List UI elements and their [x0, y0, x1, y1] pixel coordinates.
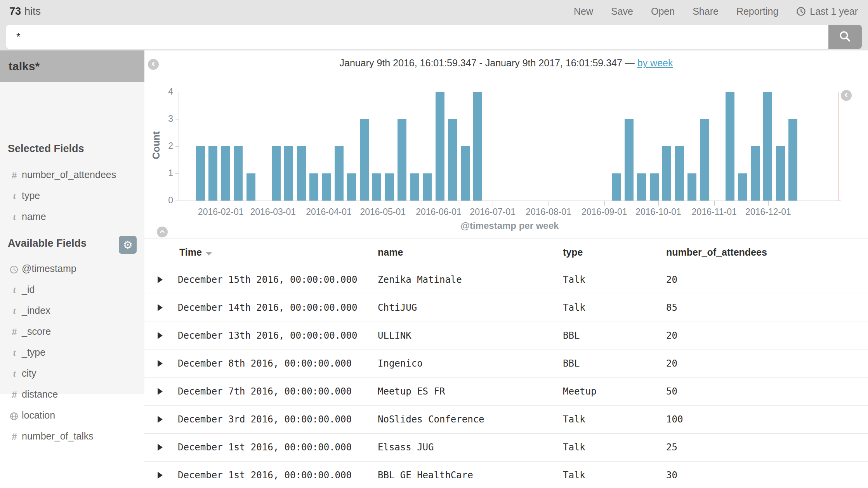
table-row[interactable]: December 3rd 2016, 00:00:00.000NoSlides …: [144, 406, 868, 434]
expand-caret-icon[interactable]: [158, 416, 163, 423]
x-tick-mark: [221, 201, 221, 206]
histogram-bar[interactable]: [309, 173, 318, 201]
field-item-numberofattendees[interactable]: #number_of_attendees: [0, 164, 144, 185]
x-tick-mark: [604, 201, 605, 206]
x-axis-title: @timestamp per week: [179, 220, 841, 231]
table-row[interactable]: December 13th 2016, 00:00:00.000ULLINKBB…: [144, 322, 868, 350]
histogram-bar[interactable]: [360, 119, 369, 201]
histogram-bar[interactable]: [751, 146, 760, 201]
collapse-chart-right-button[interactable]: [841, 90, 852, 101]
histogram-bar[interactable]: [662, 146, 671, 201]
menu-item-reporting[interactable]: Reporting: [736, 6, 778, 17]
text-icon: t: [9, 306, 19, 316]
expand-caret-icon[interactable]: [158, 332, 163, 339]
x-tick-mark: [768, 201, 769, 206]
cell-time: December 8th 2016, 00:00:00.000: [178, 358, 352, 369]
time-picker-button[interactable]: Last 1 year: [796, 6, 858, 17]
histogram-bar[interactable]: [423, 173, 432, 201]
histogram-bar[interactable]: [347, 173, 356, 201]
histogram-bar[interactable]: [700, 119, 709, 201]
histogram-bar[interactable]: [650, 173, 659, 201]
field-item-score[interactable]: #_score: [0, 321, 144, 342]
histogram-bar[interactable]: [297, 146, 306, 201]
histogram-bar[interactable]: [738, 173, 747, 201]
menu-item-new[interactable]: New: [574, 6, 593, 17]
histogram-bar[interactable]: [284, 146, 293, 201]
table-row[interactable]: December 8th 2016, 00:00:00.000IngenicoB…: [144, 350, 868, 378]
field-item-id[interactable]: t_id: [0, 279, 144, 300]
gear-icon: ⚙: [123, 239, 132, 251]
text-icon: t: [9, 212, 19, 222]
x-tick-mark: [329, 201, 329, 206]
histogram-bar[interactable]: [196, 146, 205, 201]
field-item-type[interactable]: t_type: [0, 342, 144, 363]
histogram-bar[interactable]: [436, 92, 444, 201]
histogram-bar[interactable]: [675, 146, 684, 201]
histogram-bar[interactable]: [372, 173, 381, 201]
table-row[interactable]: December 1st 2016, 00:00:00.000Elsass JU…: [144, 434, 868, 462]
collapse-histogram-button[interactable]: [157, 227, 168, 237]
histogram-bar[interactable]: [398, 119, 406, 201]
histogram-bar[interactable]: [448, 119, 457, 201]
histogram-bar[interactable]: [726, 92, 734, 201]
search-input[interactable]: [6, 25, 828, 49]
histogram-bar[interactable]: [247, 173, 255, 201]
histogram-bar[interactable]: [473, 92, 482, 201]
cell-time: December 7th 2016, 00:00:00.000: [178, 386, 352, 397]
histogram-bar[interactable]: [385, 173, 394, 201]
table-row[interactable]: December 15th 2016, 00:00:00.000Zenika M…: [144, 266, 868, 294]
expand-caret-icon[interactable]: [158, 304, 163, 311]
y-tick-label: 1: [150, 168, 173, 178]
chart-table-divider: [144, 238, 868, 239]
histogram-bar[interactable]: [208, 146, 217, 201]
histogram-bar[interactable]: [322, 173, 331, 201]
expand-caret-icon[interactable]: [158, 444, 163, 451]
field-item-timestamp[interactable]: @timestamp: [0, 258, 144, 279]
menu-item-open[interactable]: Open: [651, 6, 675, 17]
histogram-bar[interactable]: [788, 119, 797, 201]
search-button[interactable]: [828, 25, 862, 49]
index-pattern-header[interactable]: talks*: [0, 50, 144, 82]
column-header-number-of-attendees[interactable]: number_of_attendees: [666, 247, 767, 258]
expand-caret-icon[interactable]: [158, 276, 163, 283]
field-item-type[interactable]: ttype: [0, 185, 144, 206]
cell-number-of-attendees: 85: [666, 302, 677, 313]
field-item-name[interactable]: tname: [0, 206, 144, 227]
column-header-name[interactable]: name: [378, 247, 403, 258]
cell-type: Talk: [563, 414, 585, 425]
histogram-bar[interactable]: [776, 146, 785, 201]
histogram-bar[interactable]: [687, 173, 696, 201]
histogram-bar[interactable]: [625, 119, 634, 201]
cell-number-of-attendees: 20: [666, 358, 677, 369]
field-item-distance[interactable]: #distance: [0, 384, 144, 405]
table-row[interactable]: December 7th 2016, 00:00:00.000Meetup ES…: [144, 378, 868, 406]
field-item-city[interactable]: tcity: [0, 363, 144, 384]
field-settings-button[interactable]: ⚙: [119, 236, 137, 254]
column-header-time[interactable]: Time: [179, 247, 212, 258]
histogram-bar[interactable]: [234, 146, 243, 201]
field-item-numberoftalks[interactable]: #number_of_talks: [0, 426, 144, 447]
menu-item-share[interactable]: Share: [693, 6, 719, 17]
histogram-bar[interactable]: [763, 92, 772, 201]
text-icon: t: [9, 348, 19, 358]
y-tick-label: 2: [150, 141, 173, 151]
interval-link[interactable]: by week: [637, 57, 673, 68]
histogram-bar[interactable]: [335, 146, 344, 201]
histogram-bar[interactable]: [637, 173, 646, 201]
table-row[interactable]: December 14th 2016, 00:00:00.000ChtiJUGT…: [144, 294, 868, 322]
column-header-type[interactable]: type: [563, 247, 583, 258]
histogram-bar[interactable]: [272, 146, 281, 201]
field-item-index[interactable]: t_index: [0, 300, 144, 321]
x-tick-mark: [714, 201, 715, 206]
expand-caret-icon[interactable]: [158, 388, 163, 395]
histogram-bar[interactable]: [410, 173, 419, 201]
histogram-bar[interactable]: [221, 146, 230, 201]
table-row[interactable]: December 1st 2016, 00:00:00.000BBL GE He…: [144, 462, 868, 488]
field-item-location[interactable]: location: [0, 405, 144, 426]
expand-caret-icon[interactable]: [158, 360, 163, 367]
histogram-bar[interactable]: [461, 146, 470, 201]
cell-number-of-attendees: 20: [666, 274, 677, 285]
expand-caret-icon[interactable]: [158, 472, 163, 479]
histogram-bar[interactable]: [612, 173, 621, 201]
menu-item-save[interactable]: Save: [611, 6, 633, 17]
